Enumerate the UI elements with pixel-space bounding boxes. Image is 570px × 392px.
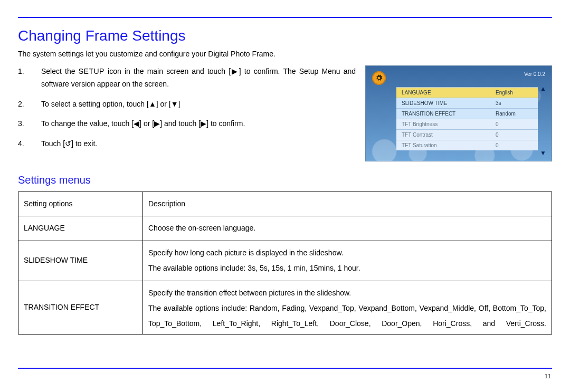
section-subtitle: Settings menus xyxy=(18,174,552,186)
manual-page: Changing Frame Settings The system setti… xyxy=(0,0,570,392)
step-1-a: Select the xyxy=(41,67,79,75)
menu-row-brightness: TFT Brightness 0 xyxy=(396,119,538,129)
menu-row-slideshow-time: SLIDESHOW TIME 3s xyxy=(396,98,538,108)
menu-row-label: LANGUAGE xyxy=(402,90,496,95)
table-desc-transition-effect: Specify the transition effect between pi… xyxy=(143,281,552,334)
menu-row-value: 0 xyxy=(496,132,533,138)
settings-menu: LANGUAGE English SLIDESHOW TIME 3s TRANS… xyxy=(396,87,538,150)
scroll-up-icon: ▲ xyxy=(540,85,546,92)
menu-row-value: English xyxy=(496,90,533,95)
top-rule xyxy=(18,17,552,18)
table-desc-slideshow-time: Specify how long each picture is display… xyxy=(143,241,552,281)
step-number: 2. xyxy=(18,98,41,111)
steps-list: 1. Select the SETUP icon in the main scr… xyxy=(18,65,356,158)
step-4: 4. Touch [↺] to exit. xyxy=(18,138,356,150)
table-head-row: Setting options Description xyxy=(18,192,552,216)
menu-row-label: TRANSITION EFFECT xyxy=(402,111,496,117)
content-row: 1. Select the SETUP icon in the main scr… xyxy=(18,65,552,161)
device-screenshot: Ver 0.0.2 ▲ ▼ LANGUAGE English SLIDESHOW… xyxy=(365,65,552,161)
step-3: 3. To change the value, touch [◀] or [▶]… xyxy=(18,118,356,130)
table-opt-slideshow-time: SLIDESHOW TIME xyxy=(18,241,143,281)
menu-row-value: Random xyxy=(496,111,533,117)
step-number: 3. xyxy=(18,118,41,130)
menu-row-label: TFT Saturation xyxy=(402,142,496,148)
step-number: 1. xyxy=(18,65,41,91)
bottom-rule xyxy=(18,368,552,369)
settings-table: Setting options Description LANGUAGE Cho… xyxy=(18,192,552,334)
step-text: To change the value, touch [◀] or [▶] an… xyxy=(41,118,356,130)
setup-word: SETUP xyxy=(79,67,104,75)
intro-text: The system settings let you customize an… xyxy=(18,50,552,58)
menu-row-language: LANGUAGE English xyxy=(396,87,538,98)
table-head-options: Setting options xyxy=(18,192,143,216)
table-row: TRANSITION EFFECT Specify the transition… xyxy=(18,281,552,334)
scroll-down-icon: ▼ xyxy=(540,149,546,157)
menu-row-label: TFT Brightness xyxy=(402,121,496,127)
table-head-description: Description xyxy=(143,192,552,216)
step-text: Select the SETUP icon in the main screen… xyxy=(41,65,356,91)
desc-line: The available options include: 3s, 5s, 1… xyxy=(148,261,546,276)
desc-line: Specify the transition effect between pi… xyxy=(148,285,546,301)
desc-line: The available options include: Random, F… xyxy=(148,301,546,332)
table-opt-language: LANGUAGE xyxy=(18,216,143,241)
menu-row-label: SLIDESHOW TIME xyxy=(402,100,496,106)
step-number: 4. xyxy=(18,138,41,150)
table-row: LANGUAGE Choose the on-screen language. xyxy=(18,216,552,241)
menu-row-contrast: TFT Contrast 0 xyxy=(396,129,538,140)
menu-row-label: TFT Contrast xyxy=(402,132,496,138)
menu-row-value: 0 xyxy=(496,142,533,148)
step-text: Touch [↺] to exit. xyxy=(41,138,356,150)
menu-row-transition-effect: TRANSITION EFFECT Random xyxy=(396,108,538,119)
step-1: 1. Select the SETUP icon in the main scr… xyxy=(18,65,356,91)
table-desc-language: Choose the on-screen language. xyxy=(143,216,552,241)
menu-row-value: 0 xyxy=(496,121,533,127)
menu-row-saturation: TFT Saturation 0 xyxy=(396,140,538,150)
desc-line: Specify how long each picture is display… xyxy=(148,245,546,261)
page-number: 11 xyxy=(545,373,551,379)
menu-row-value: 3s xyxy=(496,100,533,106)
table-row: SLIDESHOW TIME Specify how long each pic… xyxy=(18,241,552,281)
step-text: To select a setting option, touch [▲] or… xyxy=(41,98,356,111)
version-label: Ver 0.0.2 xyxy=(524,71,545,77)
page-title: Changing Frame Settings xyxy=(18,27,552,44)
gear-icon xyxy=(372,71,386,85)
step-2: 2. To select a setting option, touch [▲]… xyxy=(18,98,356,111)
table-opt-transition-effect: TRANSITION EFFECT xyxy=(18,281,143,334)
